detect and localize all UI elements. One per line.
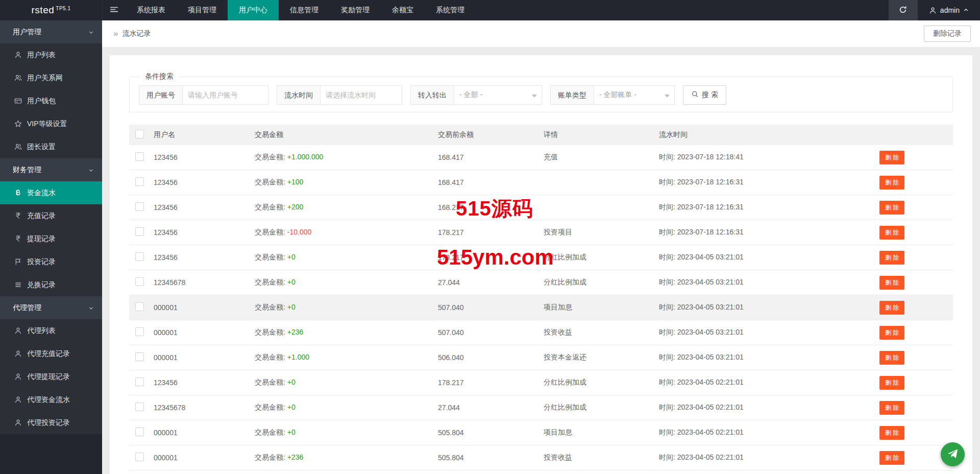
row-delete-button[interactable]: 删 除 <box>879 301 904 315</box>
nav-tab-1[interactable]: 系统报表 <box>126 0 177 20</box>
sidebar-item[interactable]: 提现记录 <box>0 227 102 250</box>
logo-text: rsted <box>32 5 55 16</box>
row-checkbox[interactable] <box>135 277 144 286</box>
table-row: 123456 交易金额: -10.000 178.217 投资项目 时间: 20… <box>129 220 953 245</box>
sidebar-item[interactable]: 资金流水 <box>0 181 102 204</box>
table-row: 123456 交易金额: +200 168.217 时间: 2023-07-18… <box>129 195 953 220</box>
sidebar-item[interactable]: 投资记录 <box>0 250 102 273</box>
refresh-button[interactable] <box>889 0 918 20</box>
nav-tab-3[interactable]: 用户中心 <box>228 0 279 20</box>
row-checkbox[interactable] <box>135 227 144 236</box>
cell-balance: 168.417 <box>438 178 544 186</box>
sidebar-item[interactable]: 团长设置 <box>0 135 102 158</box>
sidebar-item[interactable]: 用户列表 <box>0 43 102 66</box>
sidebar-section-header[interactable]: 用户管理 <box>0 20 102 43</box>
row-delete-button[interactable]: 删 除 <box>879 376 904 390</box>
row-checkbox[interactable] <box>135 428 144 436</box>
nav-tab-5[interactable]: 奖励管理 <box>330 0 381 20</box>
row-checkbox[interactable] <box>135 152 144 161</box>
search-button-label: 搜 索 <box>702 90 718 100</box>
row-checkbox[interactable] <box>135 402 144 411</box>
row-checkbox[interactable] <box>135 202 144 211</box>
time-input[interactable] <box>321 85 402 105</box>
row-delete-button[interactable]: 删 除 <box>879 426 904 440</box>
sidebar-section-header[interactable]: 财务管理 <box>0 158 102 181</box>
cell-amount: 交易金额: +1.000 <box>255 353 438 362</box>
sidebar-item-label: 代理资金流水 <box>27 395 70 405</box>
hamburger-menu-icon[interactable] <box>102 0 126 20</box>
cell-balance: 506.040 <box>438 353 544 362</box>
cell-amount: 交易金额: +0 <box>255 428 438 437</box>
topbar-right: admin <box>889 0 980 20</box>
cell-time: 时间: 2023-04-05 03:21:01 <box>659 278 879 287</box>
row-delete-button[interactable]: 删 除 <box>879 276 904 290</box>
sidebar-item-label: 代理提现记录 <box>27 372 70 382</box>
sidebar-item-label: 用户关系网 <box>27 74 63 83</box>
cell-detail: 充值 <box>544 153 659 162</box>
logo-version: TP5.1 <box>56 6 70 11</box>
row-delete-button[interactable]: 删 除 <box>879 176 904 189</box>
search-button[interactable]: 搜 索 <box>683 85 726 105</box>
flag-icon <box>14 258 22 266</box>
chat-float-button[interactable] <box>941 442 965 466</box>
sidebar-item[interactable]: 代理列表 <box>0 319 102 342</box>
row-delete-button[interactable]: 删 除 <box>879 451 904 465</box>
sidebar-item-label: 提现记录 <box>27 234 56 244</box>
sidebar-item[interactable]: 兑换记录 <box>0 273 102 296</box>
row-delete-button[interactable]: 删 除 <box>879 201 904 215</box>
cell-username: 12345678 <box>154 278 255 287</box>
admin-menu[interactable]: admin <box>918 0 980 20</box>
row-checkbox[interactable] <box>135 377 144 386</box>
row-checkbox[interactable] <box>135 453 144 461</box>
row-delete-button[interactable]: 删 除 <box>879 151 904 164</box>
bill-type-select[interactable]: - 全部账单 - <box>594 85 675 105</box>
account-input[interactable] <box>183 85 268 105</box>
chevron-down-icon <box>88 304 94 313</box>
row-checkbox[interactable] <box>135 352 144 361</box>
sidebar-item[interactable]: 代理充值记录 <box>0 342 102 365</box>
search-panel-title: 条件搜索 <box>140 72 179 81</box>
row-delete-button[interactable]: 删 除 <box>879 251 904 265</box>
search-row: 用户账号 流水时间 转入转出 - 全部 - 账单类型 <box>139 85 943 105</box>
row-checkbox[interactable] <box>135 302 144 311</box>
direction-select-value: - 全部 - <box>459 90 482 100</box>
row-checkbox[interactable] <box>135 177 144 186</box>
user-icon <box>14 373 22 381</box>
sidebar-item[interactable]: 代理投资记录 <box>0 411 102 434</box>
delete-records-button[interactable]: 删除记录 <box>924 26 971 42</box>
row-checkbox[interactable] <box>135 327 144 336</box>
cell-balance: 178.217 <box>438 378 544 387</box>
cell-amount: 交易金额: +100 <box>255 178 438 187</box>
sidebar-section-header[interactable]: 代理管理 <box>0 296 102 319</box>
sidebar-item-label: 充值记录 <box>27 211 56 221</box>
nav-tab-2[interactable]: 项目管理 <box>177 0 228 20</box>
row-delete-button[interactable]: 删 除 <box>879 351 904 365</box>
sidebar-item[interactable]: 用户钱包 <box>0 89 102 112</box>
cell-amount: 交易金额: +0 <box>255 303 438 312</box>
star-icon <box>14 120 22 128</box>
sidebar-item[interactable]: VIP等级设置 <box>0 112 102 135</box>
cell-username: 123456 <box>154 153 255 161</box>
nav-tab-6[interactable]: 余额宝 <box>381 0 425 20</box>
cell-username: 000001 <box>154 429 255 437</box>
sidebar-item[interactable]: 代理资金流水 <box>0 388 102 411</box>
sidebar-item[interactable]: 代理提现记录 <box>0 365 102 388</box>
app-logo: rsted TP5.1 <box>0 0 102 20</box>
top-bar: rsted TP5.1 系统报表项目管理用户中心信息管理奖励管理余额宝系统管理 … <box>0 0 980 20</box>
row-delete-button[interactable]: 删 除 <box>879 226 904 240</box>
row-delete-button[interactable]: 删 除 <box>879 326 904 340</box>
sidebar-section-title: 用户管理 <box>13 28 41 37</box>
table-row: 000001 交易金额: +1.000 506.040 投资本金返还 时间: 2… <box>129 345 953 370</box>
sidebar-item[interactable]: 用户关系网 <box>0 66 102 89</box>
row-checkbox[interactable] <box>135 252 144 261</box>
row-delete-button[interactable]: 删 除 <box>879 401 904 415</box>
cell-time: 时间: 2023-07-18 12:16:31 <box>659 203 879 212</box>
nav-tab-7[interactable]: 系统管理 <box>425 0 476 20</box>
direction-select[interactable]: - 全部 - <box>454 85 542 105</box>
list-icon <box>14 281 22 289</box>
sidebar-item[interactable]: 充值记录 <box>0 204 102 227</box>
nav-tab-4[interactable]: 信息管理 <box>279 0 330 20</box>
select-all-checkbox[interactable] <box>135 130 144 138</box>
cell-username: 123456 <box>154 178 255 186</box>
table-row: 000001 交易金额: +236 505.804 投资收益 时间: 2023-… <box>129 445 953 470</box>
